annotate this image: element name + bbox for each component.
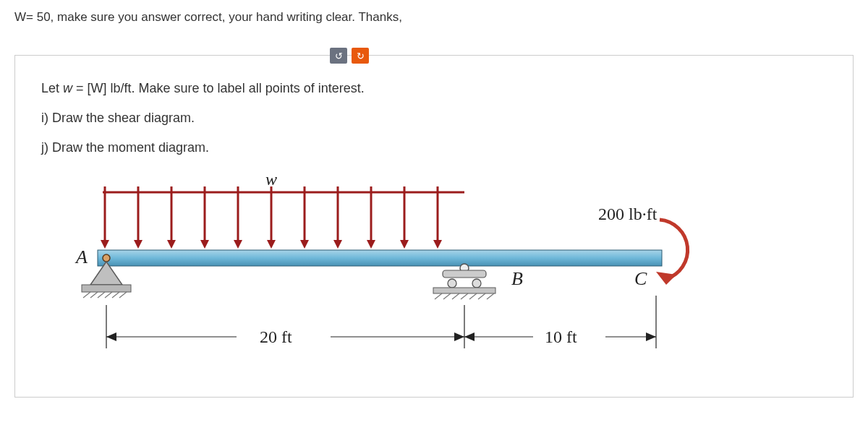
point-c-label: C [634,268,647,289]
button-row: ↺ ↻ [14,48,854,64]
svg-marker-16 [234,240,242,249]
svg-marker-14 [167,240,176,249]
distributed-load [101,186,442,249]
load-label: w [265,176,277,189]
svg-point-46 [472,279,481,288]
problem-box: Let w = [W] lb/ft. Make sure to label al… [14,55,854,398]
svg-rect-44 [443,270,486,278]
problem-line-3: j) Draw the moment diagram. [41,138,827,158]
svg-marker-65 [464,332,475,341]
point-b-label: B [511,268,523,289]
svg-line-54 [487,293,494,299]
svg-marker-61 [106,332,116,341]
svg-line-51 [461,293,468,299]
moment-label: 200 lb·ft [598,205,658,223]
variable-w: w [63,81,72,95]
svg-rect-47 [433,288,495,293]
svg-marker-62 [454,332,464,341]
svg-line-37 [83,292,90,298]
svg-point-45 [448,279,456,288]
svg-marker-18 [300,240,309,249]
svg-line-38 [90,292,98,298]
svg-marker-15 [200,240,209,249]
svg-marker-13 [134,240,142,249]
svg-line-41 [112,292,119,298]
text: Let [41,81,63,95]
svg-marker-22 [433,240,442,249]
svg-rect-36 [82,285,131,292]
roller-support-b [433,264,495,299]
svg-marker-66 [646,332,656,341]
svg-line-53 [478,293,485,299]
span-2-label: 10 ft [545,327,577,346]
span-1-label: 20 ft [260,327,292,346]
svg-line-50 [452,293,459,299]
svg-marker-21 [400,240,409,249]
dimensions: 20 ft 10 ft [106,296,656,348]
problem-line-2: i) Draw the shear diagram. [41,108,827,128]
problem-line-1: Let w = [W] lb/ft. Make sure to label al… [41,79,827,98]
beam [98,250,662,266]
beam-diagram: w [63,176,827,368]
point-a-label: A [75,246,88,267]
top-instruction: W= 50, make sure you answer correct, you… [14,10,854,25]
undo-button[interactable]: ↺ [330,48,347,64]
svg-line-49 [443,293,451,299]
svg-marker-19 [333,240,342,249]
svg-line-48 [435,293,442,299]
text: = [W] lb/ft. Make sure to label all poin… [72,81,365,95]
svg-line-40 [105,292,112,298]
redo-button[interactable]: ↻ [352,48,369,64]
svg-point-34 [103,254,110,262]
svg-marker-20 [367,240,375,249]
svg-line-39 [98,292,105,298]
svg-line-42 [119,292,127,298]
svg-marker-12 [101,240,109,249]
svg-marker-17 [267,240,276,249]
svg-line-52 [469,293,477,299]
